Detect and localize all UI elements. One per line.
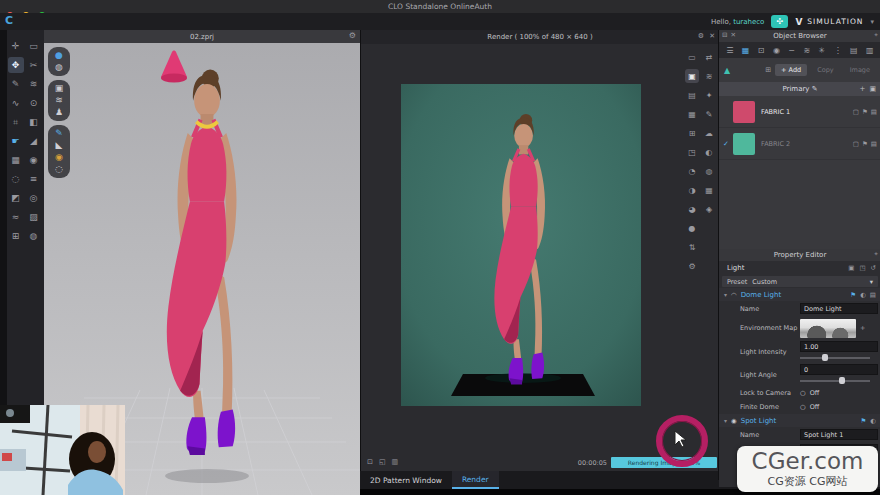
info-icon[interactable]: ▤ [871,140,877,148]
spot-pin-icon[interactable]: ⚑ [861,417,867,425]
lock-to-camera-toggle[interactable]: ○ Off [800,389,876,397]
spot-visible-icon[interactable]: ◐ [870,417,876,425]
avatar-3d[interactable] [132,64,282,464]
pin-tool-icon[interactable]: ⊙ [26,95,42,111]
colorway-icon[interactable]: ▢ [853,108,859,116]
show-avatar-icon[interactable]: ♟ [55,108,63,117]
dock-icon[interactable]: ⊟ [722,31,727,39]
light-intensity-input[interactable] [800,341,878,352]
fabric-swatch[interactable] [733,101,755,123]
dome-name-input[interactable] [800,303,878,314]
edit-colorway-icon[interactable]: ✎ [812,85,818,93]
light-angle-input[interactable] [800,364,878,375]
open-preset-icon[interactable]: ▣ [848,264,854,272]
dome-note-icon[interactable]: ▤ [870,291,876,299]
tab-avatar-icon[interactable]: ◉ [773,46,780,55]
add-colorway-icon[interactable]: + [860,85,866,93]
image-fabric-button[interactable]: Image [844,64,876,76]
fabric-check-icon[interactable]: ✓ [723,140,733,148]
render-close-icon[interactable]: ✕ [709,32,715,40]
tab-trim-icon[interactable]: − [788,46,795,55]
collapse-icon[interactable]: ▾ [724,417,727,424]
collapse-icon[interactable]: ▾ [724,291,727,298]
texture-edit-icon[interactable]: ▦ [8,152,24,168]
show-floor-icon[interactable]: ◌ [55,165,63,174]
box-select-icon[interactable]: ▭ [26,38,42,54]
hand-tool-icon[interactable]: ☛ [8,133,24,149]
sewing-icon[interactable]: ∿ [8,95,24,111]
panel-pin-icon[interactable]: ⌖ [874,31,878,39]
fur-icon[interactable]: ▨ [26,209,42,225]
render-knob2-icon[interactable]: ◑ [685,183,699,197]
move-icon[interactable]: ✥ [8,57,24,73]
light-intensity-slider[interactable] [800,354,870,362]
viewport-settings-icon[interactable]: ⚙ [349,31,356,40]
save-image-icon[interactable]: ⊡ [367,458,373,466]
image-sequence-icon[interactable]: ▤ [685,88,699,102]
grid-view-icon[interactable]: ▥ [392,458,399,466]
spot-name-input[interactable] [800,429,878,440]
fold-icon[interactable]: ◢ [26,133,42,149]
fabric-row[interactable]: ✓ FABRIC 2 ▢ ⚑ ▤ [719,128,880,160]
tab-scene-icon[interactable]: ▤ [850,46,858,55]
spark-icon[interactable]: ✦ [702,88,716,102]
fabric-row[interactable]: FABRIC 1 ▢ ⚑ ▤ [719,96,880,128]
flag-icon[interactable]: ⚑ [862,140,868,148]
edit-sewing-icon[interactable]: ≋ [26,76,42,92]
show-stitch-icon[interactable]: ≋ [55,96,63,105]
render-knob4-icon[interactable]: ● [685,221,699,235]
colorway-section-bar[interactable]: Primary ✎ + ▣ [719,82,880,96]
pe-pin-icon[interactable]: ⌖ [874,250,878,258]
dome-visible-icon[interactable]: ◐ [860,291,866,299]
sync-icon[interactable]: ⇄ [702,50,716,64]
fabric-swatch[interactable] [733,133,755,155]
expand-view-icon[interactable]: ◱ [379,458,386,466]
steam-icon[interactable]: ≈ [8,209,24,225]
render-queue-icon[interactable]: ▦ [685,107,699,121]
wind-icon[interactable]: ≋ [702,69,716,83]
tab-fabric-icon[interactable]: ▦ [742,46,750,55]
render-knob3-icon[interactable]: ◕ [685,202,699,216]
render-video-icon[interactable]: ▭ [685,50,699,64]
light-angle-slider[interactable] [800,377,870,385]
flag-icon[interactable]: ⚑ [862,108,868,116]
gem-icon[interactable]: ◈ [702,202,716,216]
tab-2d-pattern-window[interactable]: 2D Pattern Window [360,471,452,489]
simulation-menu[interactable]: Ⅴ SIMULATION [795,17,863,27]
info-icon[interactable]: ▤ [871,108,877,116]
render-knob1-icon[interactable]: ◔ [685,164,699,178]
swap-icon[interactable]: ⇅ [685,240,699,254]
add-fabric-button[interactable]: + Add [775,64,807,76]
save-preset-icon[interactable]: ◳ [859,264,865,272]
bind-icon[interactable]: ⊞ [8,228,24,244]
show-shoe-icon[interactable]: ◣ [56,141,63,150]
tab-zipper-icon[interactable]: ⋮ [834,46,842,55]
environment-map-thumbnail[interactable] [800,319,856,338]
dome-light-section[interactable]: ▾ ◠ Dome Light ⚑◐▤ [719,288,880,301]
render-mode-icon[interactable]: ● [55,51,63,60]
open-render-icon[interactable]: ◳ [685,145,699,159]
show-garment-icon[interactable]: ▣ [55,84,64,93]
show-pen-icon[interactable]: ✎ [55,129,63,138]
panel-close-icon[interactable]: ✕ [730,31,735,39]
brush-icon[interactable]: ✎ [702,107,716,121]
chevron-down-icon[interactable]: ▾ [870,18,874,26]
reset-preset-icon[interactable]: ↺ [871,264,876,272]
tab-stage-icon[interactable]: ▥ [866,46,874,55]
dome-pin-icon[interactable]: ⚑ [850,291,856,299]
folder-icon[interactable]: ▣ [869,85,876,93]
button-tool-icon[interactable]: ◉ [26,152,42,168]
globe-icon[interactable]: ◍ [702,164,716,178]
clo-account-button[interactable]: ✣ [771,15,788,28]
colorway-icon[interactable]: ▢ [853,140,859,148]
copy-fabric-button[interactable]: Copy [811,64,840,76]
render-canvas[interactable] [401,84,641,406]
show-mannequin-icon[interactable]: ◉ [55,153,63,162]
save-render-icon[interactable]: ⊞ [685,126,699,140]
duplicate-icon[interactable]: ⊞ [765,66,771,74]
render-settings-icon[interactable]: ⚙ [685,259,699,273]
grade-icon[interactable]: ◧ [26,114,42,130]
chip-icon[interactable]: ▦ [702,183,716,197]
env-add-icon[interactable]: + [860,324,865,332]
tab-puckering-icon[interactable]: ✳ [819,46,826,55]
